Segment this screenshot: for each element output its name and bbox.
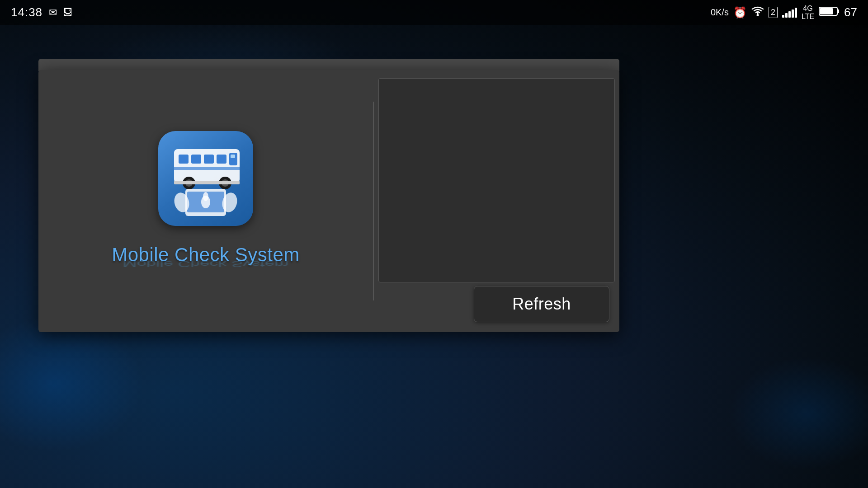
data-speed: 0K/s	[711, 7, 729, 18]
status-right: 0K/s ⏰ 2 4GLTE	[711, 5, 857, 20]
svg-rect-11	[174, 167, 240, 170]
battery-level: 67	[844, 5, 857, 19]
status-left: 14:38 ✉ ⛾	[11, 5, 72, 19]
svg-point-0	[756, 14, 759, 16]
app-icon-wrapper	[158, 131, 253, 226]
svg-rect-6	[191, 155, 201, 164]
background-blob-right	[728, 357, 868, 470]
dialog-container: Mobile Check System Mobile Check System …	[38, 70, 619, 332]
alarm-icon: ⏰	[733, 6, 747, 19]
image-icon: ⛾	[63, 7, 72, 18]
signal-bars-icon	[782, 8, 797, 18]
svg-rect-8	[217, 155, 226, 164]
battery-icon	[819, 6, 840, 19]
background-blob-left	[0, 316, 145, 452]
sim-badge: 2	[769, 7, 778, 18]
svg-point-24	[203, 192, 208, 201]
status-time: 14:38	[11, 5, 42, 19]
svg-rect-18	[174, 181, 240, 184]
svg-rect-3	[820, 8, 833, 14]
status-bar: 14:38 ✉ ⛾ 0K/s ⏰ 2 4GLTE	[0, 0, 868, 25]
svg-rect-2	[837, 9, 839, 13]
dialog-top-strip	[38, 59, 619, 71]
dialog-right-panel: Refresh	[374, 70, 619, 332]
app-title-group: Mobile Check System Mobile Check System	[112, 244, 300, 272]
svg-rect-10	[231, 155, 235, 158]
dialog-left-panel: Mobile Check System Mobile Check System	[38, 70, 373, 332]
right-panel-inner	[378, 78, 615, 282]
svg-rect-5	[179, 155, 189, 164]
app-title-reflection: Mobile Check System	[112, 259, 300, 269]
email-icon: ✉	[49, 7, 57, 19]
lte-label: 4GLTE	[802, 5, 814, 20]
wifi-icon	[751, 6, 764, 19]
refresh-button[interactable]: Refresh	[474, 286, 609, 322]
svg-rect-7	[204, 155, 214, 164]
app-icon	[158, 131, 253, 226]
